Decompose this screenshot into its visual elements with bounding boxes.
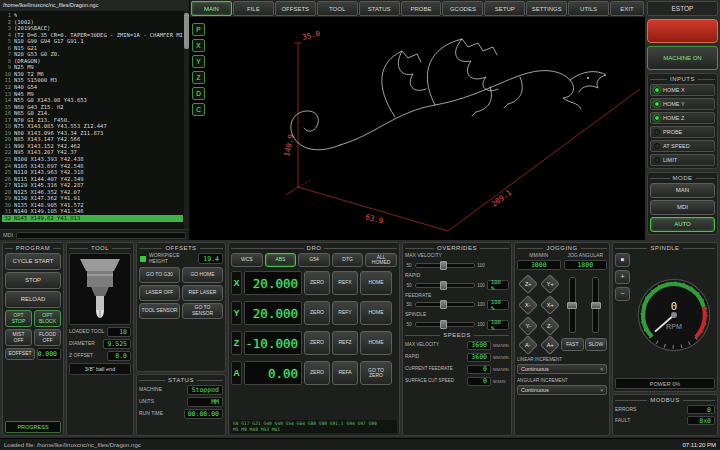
jog-z-plus-button[interactable]: Z+ xyxy=(518,274,538,294)
jog-slow-button[interactable]: SLOW xyxy=(585,338,608,351)
override-slider-thumb[interactable] xyxy=(440,320,447,329)
view-button[interactable]: C xyxy=(192,103,205,116)
jog-rate-slider[interactable] xyxy=(569,277,576,333)
dro-mode-button[interactable]: WCS xyxy=(231,253,263,267)
eoffset-value: 0.000 xyxy=(37,348,61,360)
exit-button[interactable]: EXIT xyxy=(610,1,644,16)
axis-zero-button[interactable]: ZERO xyxy=(304,271,330,295)
jog-fast-button[interactable]: FAST xyxy=(561,338,584,351)
menu-tab[interactable]: PROBE xyxy=(401,1,442,16)
flood-button[interactable]: FLOOD OFF xyxy=(34,329,61,346)
axis-ref-button[interactable]: REFA xyxy=(332,361,358,385)
menu-tab[interactable]: SETUP xyxy=(484,1,525,16)
spindle-stop-button[interactable]: ⏹ xyxy=(615,253,630,267)
override-slider-thumb[interactable] xyxy=(440,281,447,290)
override-slider[interactable] xyxy=(415,322,475,327)
estop-button[interactable] xyxy=(647,19,718,43)
view-button[interactable]: Y xyxy=(192,55,205,68)
axis-zero-button[interactable]: ZERO xyxy=(304,331,330,355)
mdi-input[interactable] xyxy=(16,232,186,239)
dro-mode-button[interactable]: ALL HOMED xyxy=(365,253,397,267)
jog-y-plus-button[interactable]: Y+ xyxy=(540,274,560,294)
jog-z-minus-button[interactable]: Z- xyxy=(540,316,560,336)
override-slider-thumb[interactable] xyxy=(440,300,447,309)
input-indicator-row[interactable]: AT SPEED xyxy=(650,140,715,152)
dro-mode-button[interactable]: DTG xyxy=(332,253,364,267)
view-button[interactable]: X xyxy=(192,39,205,52)
reload-button[interactable]: RELOAD xyxy=(5,291,61,308)
override-slider-thumb[interactable] xyxy=(440,261,447,270)
menu-tab[interactable]: FILE xyxy=(233,1,274,16)
offsets-button[interactable]: LASER OFF xyxy=(139,285,180,301)
opt-block-button[interactable]: OPT BLOCK xyxy=(34,310,61,327)
axis-home-button[interactable]: HOME xyxy=(360,271,392,295)
machine-on-button[interactable]: MACHINE ON xyxy=(647,46,718,70)
speed-row: MAX VELOCITY 3600 MM/MIN xyxy=(405,340,509,350)
override-slider[interactable] xyxy=(415,263,475,268)
menu-tab[interactable]: TOOL xyxy=(317,1,358,16)
jog-rate-slider-thumb[interactable] xyxy=(567,302,577,309)
axis-ref-button[interactable]: REFX xyxy=(332,271,358,295)
spindle-minus-button[interactable]: − xyxy=(615,287,630,301)
jog-y-minus-button[interactable]: Y- xyxy=(518,316,538,336)
input-indicator-row[interactable]: LIMIT xyxy=(650,154,715,166)
offsets-button[interactable]: TOOL SENSOR xyxy=(139,303,180,319)
jog-angular-slider[interactable] xyxy=(592,277,599,333)
jog-x-minus-button[interactable]: X- xyxy=(518,295,538,315)
jog-angular-slider-thumb[interactable] xyxy=(591,302,601,309)
axis-zero-button[interactable]: ZERO xyxy=(304,361,330,385)
axis-ref-button[interactable]: REFZ xyxy=(332,331,358,355)
offsets-button[interactable]: GO HOME xyxy=(182,267,223,283)
jog-x-plus-button[interactable]: X+ xyxy=(540,295,560,315)
gcode-scrollbar[interactable] xyxy=(184,11,189,229)
mode-button[interactable]: MAN xyxy=(650,183,715,198)
offsets-button[interactable]: GO TO SENSOR xyxy=(182,303,223,319)
menu-tab[interactable]: MAIN xyxy=(191,1,232,16)
workpiece-height-checkbox[interactable] xyxy=(139,255,147,263)
mist-button[interactable]: MIST OFF xyxy=(5,329,32,346)
gcode-preview[interactable]: 35.0 140.9 63.9 209.1 P xyxy=(190,17,645,240)
view-button[interactable]: D xyxy=(192,87,205,100)
input-indicator-row[interactable]: HOME Z xyxy=(650,112,715,124)
view-button[interactable]: Z xyxy=(192,71,205,84)
gcode-panel: /home/lke/linuxcnc/nc_files/Dragon.ngc 1… xyxy=(0,0,190,240)
view-button[interactable]: P xyxy=(192,23,205,36)
axis-home-button[interactable]: HOME xyxy=(360,301,392,325)
dro-mode-button[interactable]: ABS xyxy=(265,253,297,267)
mode-title: MODE xyxy=(650,175,715,181)
spindle-plus-button[interactable]: + xyxy=(615,270,630,284)
input-indicator-row[interactable]: PROBE xyxy=(650,126,715,138)
angular-increment-select[interactable]: Continuous ▾ xyxy=(517,385,607,395)
menu-tab[interactable]: OFFSETS xyxy=(275,1,316,16)
gcode-scrollbar-thumb[interactable] xyxy=(184,13,189,49)
stop-button[interactable]: STOP xyxy=(5,272,61,289)
offsets-button[interactable]: REF LASER xyxy=(182,285,223,301)
workpiece-height-value: 19.4 xyxy=(198,253,223,264)
menu-tab[interactable]: STATUS xyxy=(359,1,400,16)
eoffset-button[interactable]: EOFFSET xyxy=(5,348,35,360)
gcode-line[interactable]: 32 N145 X149.62 Y41.813 xyxy=(2,215,183,222)
cycle-start-button[interactable]: CYCLE START xyxy=(5,253,61,270)
menu-tab[interactable]: GCODES xyxy=(442,1,483,16)
mode-button[interactable]: AUTO xyxy=(650,217,715,232)
axis-home-button[interactable]: GO TO ZERO xyxy=(360,361,392,385)
gcode-list[interactable]: 1 % 2 (1002) 3 (2019SBACE) 4 (T2 D=6.35 … xyxy=(0,11,189,229)
mode-button[interactable]: MDI xyxy=(650,200,715,215)
jog-a-minus-button[interactable]: A- xyxy=(518,335,538,355)
override-slider[interactable] xyxy=(415,302,475,307)
input-indicator-row[interactable]: HOME X xyxy=(650,84,715,96)
axis-ref-button[interactable]: REFY xyxy=(332,301,358,325)
offsets-button[interactable]: GO TO G30 xyxy=(139,267,180,283)
menu-tab[interactable]: SETTINGS xyxy=(526,1,567,16)
linear-increment-select[interactable]: Continuous ▾ xyxy=(517,364,607,374)
opt-stop-button[interactable]: OPT STOP xyxy=(5,310,32,327)
linear-increment-label: LINEAR INCREMENT xyxy=(517,357,607,362)
axis-home-button[interactable]: HOME xyxy=(360,331,392,355)
menu-tab[interactable]: UTILS xyxy=(568,1,609,16)
input-indicator-row[interactable]: HOME Y xyxy=(650,98,715,110)
override-slider[interactable] xyxy=(415,283,475,288)
jog-a-plus-button[interactable]: A+ xyxy=(540,335,560,355)
speed-row: CURRENT FEEDRATE 0 MM/MIN xyxy=(405,364,509,374)
axis-zero-button[interactable]: ZERO xyxy=(304,301,330,325)
dro-mode-button[interactable]: G54 xyxy=(298,253,330,267)
